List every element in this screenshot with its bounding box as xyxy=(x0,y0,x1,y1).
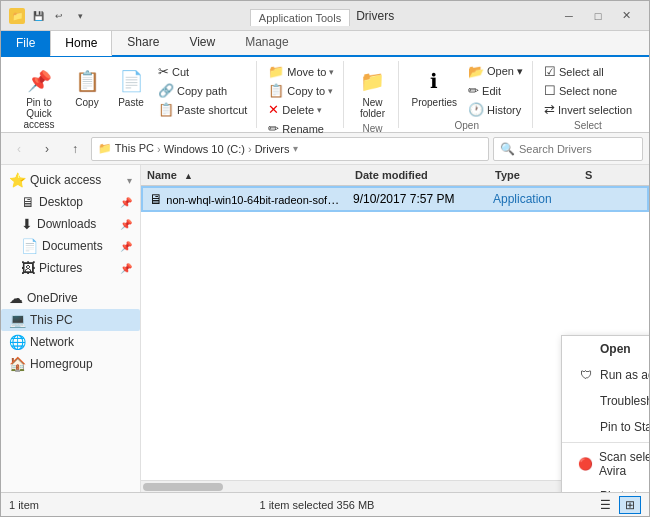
move-to-label: Move to xyxy=(287,66,326,78)
main-area: ⭐ Quick access ▾ 🖥 Desktop 📌 ⬇ Downloads… xyxy=(1,165,649,492)
ctx-troubleshoot[interactable]: Troubleshoot compatibility xyxy=(562,388,649,414)
properties-label: Properties xyxy=(411,97,457,108)
onedrive-icon: ☁ xyxy=(9,290,23,306)
history-btn[interactable]: 🕐 History xyxy=(465,101,526,118)
edit-icon: ✏ xyxy=(468,83,479,98)
paste-label: Paste xyxy=(118,97,144,108)
up-btn[interactable]: ↑ xyxy=(63,137,87,161)
paste-btn[interactable]: 📄 Paste xyxy=(111,63,151,110)
minimize-btn[interactable]: ─ xyxy=(555,4,583,28)
file-type-cell: Application xyxy=(487,191,577,207)
context-menu: Open 🛡 Run as administrator Troubleshoot… xyxy=(561,335,649,492)
sidebar-item-onedrive[interactable]: ☁ OneDrive xyxy=(1,287,140,309)
paste-icon: 📄 xyxy=(115,65,147,97)
title-bar-right: ─ □ ✕ xyxy=(555,4,641,28)
paste-shortcut-btn[interactable]: 📋 Paste shortcut xyxy=(155,101,250,118)
sidebar-label-documents: Documents xyxy=(42,239,103,253)
new-folder-btn[interactable]: 📁 Newfolder xyxy=(352,63,392,121)
file-list-header: Name ▲ Date modified Type S xyxy=(141,165,649,186)
ctx-open[interactable]: Open xyxy=(562,336,649,362)
sidebar-item-pictures[interactable]: 🖼 Pictures 📌 xyxy=(1,257,140,279)
cut-btn[interactable]: ✂ Cut xyxy=(155,63,250,80)
status-right: 1 item selected 356 MB xyxy=(260,499,375,511)
file-name-cell: 🖥 non-whql-win10-64bit-radeon-software-c… xyxy=(143,190,347,208)
window-title: Drivers xyxy=(356,9,394,23)
history-icon: 🕐 xyxy=(468,102,484,117)
edit-btn[interactable]: ✏ Edit xyxy=(465,82,526,99)
hscroll-thumb[interactable] xyxy=(143,483,223,491)
address-bar[interactable]: 📁 This PC › Windows 10 (C:) › Drivers ▾ xyxy=(91,137,489,161)
sidebar-item-network[interactable]: 🌐 Network xyxy=(1,331,140,353)
copy-path-label: Copy path xyxy=(177,85,227,97)
forward-btn[interactable]: › xyxy=(35,137,59,161)
search-input[interactable] xyxy=(519,143,636,155)
close-btn[interactable]: ✕ xyxy=(613,4,641,28)
open-group-label: Open xyxy=(455,118,479,131)
breadcrumb: 📁 This PC › Windows 10 (C:) › Drivers xyxy=(98,142,289,155)
select-all-btn[interactable]: ☑ Select all xyxy=(541,63,635,80)
sidebar-label-homegroup: Homegroup xyxy=(30,357,93,371)
ctx-scan-avira[interactable]: 🔴 Scan selected files with Avira xyxy=(562,445,649,483)
documents-icon: 📄 xyxy=(21,238,38,254)
tab-share[interactable]: Share xyxy=(112,29,174,55)
sidebar-item-desktop[interactable]: 🖥 Desktop 📌 xyxy=(1,191,140,213)
sidebar-item-this-pc[interactable]: 💻 This PC xyxy=(1,309,140,331)
delete-btn[interactable]: ✕ Delete ▾ xyxy=(265,101,337,118)
col-header-date[interactable]: Date modified xyxy=(349,167,489,183)
copy-to-btn[interactable]: 📋 Copy to ▾ xyxy=(265,82,337,99)
file-area: Name ▲ Date modified Type S 🖥 non-whql-w… xyxy=(141,165,649,492)
cut-label: Cut xyxy=(172,66,189,78)
title-center: Application Tools Drivers xyxy=(250,7,394,24)
back-btn[interactable]: ‹ xyxy=(7,137,31,161)
view-list-btn[interactable]: ☰ xyxy=(595,496,617,514)
ctx-open-icon xyxy=(578,341,594,357)
select-none-btn[interactable]: ☐ Select none xyxy=(541,82,635,99)
table-row[interactable]: 🖥 non-whql-win10-64bit-radeon-software-c… xyxy=(141,186,649,212)
ctx-sep1 xyxy=(562,442,649,443)
pin-to-quick-access-btn[interactable]: 📌 Pin to Quickaccess xyxy=(15,63,63,132)
maximize-btn[interactable]: □ xyxy=(584,4,612,28)
undo-btn[interactable]: ↩ xyxy=(50,7,68,25)
tab-file[interactable]: File xyxy=(1,31,50,55)
ctx-pin-taskbar[interactable]: Pin to taskbar xyxy=(562,483,649,492)
col-header-size[interactable]: S xyxy=(579,167,649,183)
view-details-btn[interactable]: ⊞ xyxy=(619,496,641,514)
paste-shortcut-icon: 📋 xyxy=(158,102,174,117)
ribbon-organize-content: 📁 Move to ▾ 📋 Copy to ▾ ✕ Delete ▾ xyxy=(265,63,337,137)
pin-indicator: 📌 xyxy=(120,197,132,208)
ctx-taskbar-icon xyxy=(578,488,594,492)
breadcrumb-drive[interactable]: Windows 10 (C:) xyxy=(164,143,245,155)
ribbon-group-open: ℹ Properties 📂 Open ▾ ✏ Edit 🕐 History xyxy=(401,61,533,128)
open-btn[interactable]: 📂 Open ▾ xyxy=(465,63,526,80)
ctx-run-admin[interactable]: 🛡 Run as administrator xyxy=(562,362,649,388)
sidebar-item-homegroup[interactable]: 🏠 Homegroup xyxy=(1,353,140,375)
breadcrumb-drivers[interactable]: Drivers xyxy=(255,143,290,155)
select-btns: ☑ Select all ☐ Select none ⇄ Invert sele… xyxy=(541,63,635,118)
tab-manage[interactable]: Manage xyxy=(230,29,303,55)
col-header-type[interactable]: Type xyxy=(489,167,579,183)
tab-home[interactable]: Home xyxy=(50,30,112,56)
copy-btn[interactable]: 📋 Copy xyxy=(67,63,107,110)
cut-icon: ✂ xyxy=(158,64,169,79)
sidebar-item-quick-access[interactable]: ⭐ Quick access ▾ xyxy=(1,169,140,191)
breadcrumb-pc[interactable]: 📁 This PC xyxy=(98,142,154,155)
select-none-label: Select none xyxy=(559,85,617,97)
save-btn[interactable]: 💾 xyxy=(29,7,47,25)
quick-access-icon: ⭐ xyxy=(9,172,26,188)
copy-path-btn[interactable]: 🔗 Copy path xyxy=(155,82,250,99)
customize-btn[interactable]: ▾ xyxy=(71,7,89,25)
open-small-btns: 📂 Open ▾ ✏ Edit 🕐 History xyxy=(465,63,526,118)
properties-btn[interactable]: ℹ Properties xyxy=(407,63,461,110)
invert-selection-btn[interactable]: ⇄ Invert selection xyxy=(541,101,635,118)
ctx-pin-start[interactable]: Pin to Start xyxy=(562,414,649,440)
col-header-name[interactable]: Name ▲ xyxy=(141,167,349,183)
sidebar-item-downloads[interactable]: ⬇ Downloads 📌 xyxy=(1,213,140,235)
tab-view[interactable]: View xyxy=(174,29,230,55)
pin-indicator2: 📌 xyxy=(120,219,132,230)
select-none-icon: ☐ xyxy=(544,83,556,98)
address-dropdown[interactable]: ▾ xyxy=(293,143,298,154)
sidebar-item-documents[interactable]: 📄 Documents 📌 xyxy=(1,235,140,257)
copy-icon: 📋 xyxy=(71,65,103,97)
quick-access-expand: ▾ xyxy=(127,175,132,186)
move-to-btn[interactable]: 📁 Move to ▾ xyxy=(265,63,337,80)
